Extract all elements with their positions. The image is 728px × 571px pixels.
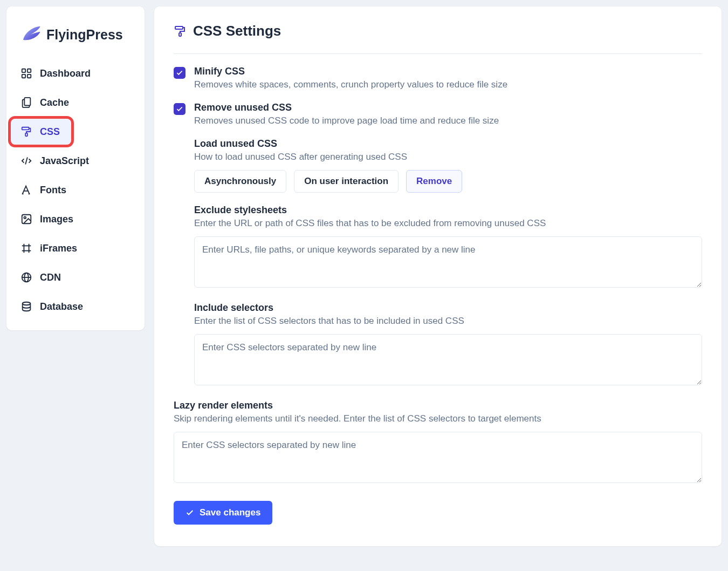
svg-line-7 [25, 158, 28, 165]
minify-css-label: Minify CSS [194, 66, 507, 77]
load-unused-css-desc: How to load unused CSS after generating … [194, 152, 702, 162]
sidebar-item-javascript[interactable]: JavaScript [11, 148, 140, 174]
minify-css-desc: Removes white spaces, comments, crunch p… [194, 79, 507, 90]
svg-rect-3 [28, 74, 31, 78]
sidebar-item-label: iFrames [40, 243, 77, 254]
svg-rect-21 [175, 26, 183, 29]
logo-icon [20, 24, 42, 45]
exclude-stylesheets-label: Exclude stylesheets [194, 205, 702, 216]
save-button[interactable]: Save changes [174, 501, 272, 525]
option-remove[interactable]: Remove [406, 170, 462, 193]
sidebar-item-label: JavaScript [40, 155, 89, 167]
paint-roller-icon [174, 25, 187, 38]
lazy-render-input[interactable] [174, 432, 702, 483]
sidebar-item-cdn[interactable]: CDN [11, 264, 140, 290]
setting-load-unused-css: Load unused CSS How to load unused CSS a… [194, 138, 702, 193]
option-on-user-interaction[interactable]: On user interaction [294, 170, 399, 193]
setting-remove-unused-css: Remove unused CSS Removes unused CSS cod… [174, 102, 702, 126]
page-header: CSS Settings [174, 23, 702, 54]
load-unused-css-label: Load unused CSS [194, 138, 702, 149]
setting-minify-css: Minify CSS Removes white spaces, comment… [174, 66, 702, 90]
lazy-render-desc: Skip rendering elements until it's neede… [174, 413, 702, 424]
option-asynchronously[interactable]: Asynchronously [194, 170, 286, 193]
check-icon [176, 69, 183, 77]
svg-rect-22 [179, 33, 181, 36]
sidebar-item-css[interactable]: CSS [11, 119, 71, 145]
svg-rect-2 [22, 74, 25, 78]
remove-unused-css-desc: Removes unused CSS code to improve page … [194, 115, 499, 126]
sidebar-item-label: Dashboard [40, 68, 91, 79]
svg-rect-1 [28, 69, 31, 72]
lazy-render-label: Lazy render elements [174, 400, 702, 411]
check-icon [186, 508, 194, 517]
sidebar-item-dashboard[interactable]: Dashboard [11, 60, 140, 86]
setting-exclude-stylesheets: Exclude stylesheets Enter the URL or pat… [194, 205, 702, 290]
setting-lazy-render: Lazy render elements Skip rendering elem… [174, 400, 702, 486]
sidebar-item-images[interactable]: Images [11, 206, 140, 232]
minify-css-checkbox[interactable] [174, 67, 186, 79]
globe-icon [20, 271, 32, 283]
include-selectors-label: Include selectors [194, 302, 702, 314]
database-icon [20, 301, 32, 312]
cache-icon [20, 97, 32, 108]
sidebar-item-label: CSS [40, 126, 60, 138]
sidebar-item-fonts[interactable]: Fonts [11, 177, 140, 203]
brand-name: FlyingPress [46, 27, 123, 43]
include-selectors-input[interactable] [194, 334, 702, 385]
code-icon [20, 155, 32, 167]
sidebar-item-label: Database [40, 301, 83, 312]
remove-unused-css-checkbox[interactable] [174, 103, 186, 115]
sidebar: FlyingPress Dashboard Cache CSS JavaScri… [6, 6, 145, 330]
svg-rect-5 [22, 127, 29, 130]
save-button-label: Save changes [200, 507, 260, 518]
sidebar-item-label: Cache [40, 97, 69, 108]
setting-include-selectors: Include selectors Enter the list of CSS … [194, 302, 702, 388]
dashboard-icon [20, 67, 32, 79]
image-icon [20, 213, 32, 225]
remove-unused-css-label: Remove unused CSS [194, 102, 499, 113]
font-icon [20, 184, 32, 196]
sidebar-item-label: Fonts [40, 185, 66, 196]
paint-roller-icon [20, 126, 32, 138]
svg-rect-4 [24, 98, 30, 106]
brand: FlyingPress [11, 19, 140, 60]
nav: Dashboard Cache CSS JavaScript Fonts Ima… [11, 60, 140, 320]
exclude-stylesheets-input[interactable] [194, 236, 702, 288]
sidebar-item-iframes[interactable]: iFrames [11, 235, 140, 261]
svg-rect-0 [22, 69, 25, 72]
sidebar-item-database[interactable]: Database [11, 294, 140, 320]
check-icon [176, 105, 183, 113]
sidebar-item-label: CDN [40, 272, 61, 283]
include-selectors-desc: Enter the list of CSS selectors that has… [194, 316, 702, 327]
exclude-stylesheets-desc: Enter the URL or path of CSS files that … [194, 218, 702, 229]
svg-rect-6 [25, 133, 28, 137]
svg-point-12 [24, 216, 26, 219]
settings-panel: CSS Settings Minify CSS Removes white sp… [154, 6, 722, 546]
sidebar-item-label: Images [40, 214, 73, 225]
frame-icon [20, 242, 32, 254]
page-title: CSS Settings [193, 23, 281, 39]
svg-point-20 [23, 302, 31, 305]
sidebar-item-cache[interactable]: Cache [11, 90, 140, 115]
